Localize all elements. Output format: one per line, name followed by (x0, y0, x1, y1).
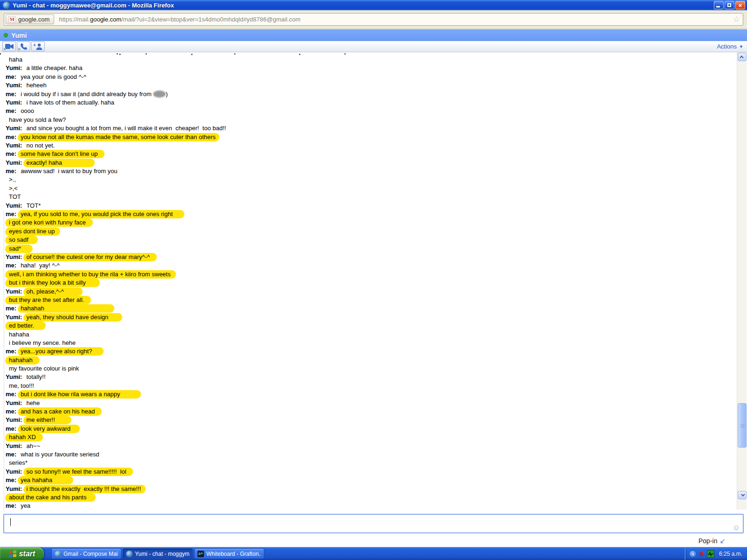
minimize-button[interactable] (714, 1, 724, 9)
message-text: no not yet. (26, 142, 55, 149)
hide-tray-icons-button[interactable]: ‹ (689, 550, 697, 558)
popin-row: Pop-in ↙ (0, 535, 747, 547)
sender-label: Yumi: (6, 399, 22, 406)
message-text-highlighted: yea...you agree also right? (18, 347, 104, 356)
sender-label: me: (6, 391, 16, 398)
clock: 6:25 a.m. (719, 551, 742, 557)
message-text: ah~~ (26, 442, 40, 449)
annotation-artifact-line (4, 211, 4, 512)
bookmark-star-icon[interactable]: ☆ (733, 15, 740, 23)
popin-arrow-icon: ↙ (719, 537, 726, 545)
message-text-highlighted: yea, if you sold to me, you would pick t… (18, 210, 184, 218)
chat-message: Yumi:so so funny!! we feel the same!!!!!… (0, 468, 747, 476)
message-input[interactable]: ☺ (3, 514, 744, 533)
popin-link[interactable]: Pop-in (698, 537, 717, 545)
location-bar[interactable]: M google.com https://mail.google.com/mai… (4, 13, 743, 26)
message-text: heheeh (26, 82, 46, 89)
voice-call-button[interactable]: × (17, 42, 30, 51)
sender-label: Yumi: (6, 288, 22, 295)
activity-monitor-tray-icon[interactable] (707, 550, 714, 558)
window-title: Yumi - chat - moggymawee@gmail.com - Moz… (13, 2, 174, 9)
unavailable-x-icon: × (3, 47, 6, 52)
chat-header: Yumi (0, 29, 747, 41)
message-text: and since you bought a lot from me, i wi… (26, 125, 226, 132)
message-text: TOT (9, 193, 21, 200)
site-identity-chip[interactable]: M google.com (6, 14, 54, 24)
close-icon: × (736, 1, 745, 9)
message-text-highlighted: but i dont like how rila wears a nappy (18, 390, 141, 399)
heart-tray-icon[interactable]: ♥ (699, 550, 704, 558)
chat-message: ed better. (0, 322, 747, 330)
chat-message: me:and has a cake on his head (0, 407, 747, 416)
chat-message: Yumi:yeah, they should have design (0, 313, 747, 322)
chat-message: hahaha (0, 330, 747, 339)
whiteboard-app-icon: a+ (197, 551, 204, 557)
chat-message: i believe my sence. hehe (0, 339, 747, 347)
video-chat-button[interactable]: × (2, 42, 16, 51)
chat-message: me:i would buy if i saw it (and didnt al… (0, 90, 747, 98)
scroll-up-button[interactable] (738, 53, 747, 61)
taskbar-task-inactive[interactable]: Gmail - Compose Mail ... (51, 548, 121, 559)
actions-menu[interactable]: Actions ▼ (717, 43, 743, 50)
sender-label: Yumi: (6, 485, 22, 492)
message-text-highlighted: eyes dont line up (5, 227, 60, 236)
sender-label: Yumi: (6, 442, 22, 449)
chevron-down-icon (741, 492, 745, 496)
chat-message: hahahah (0, 356, 747, 364)
message-text: yea your one is good ^-^ (21, 73, 86, 80)
site-identity-label: google.com (18, 16, 49, 23)
chat-message: about the cake and his pants (0, 493, 747, 502)
chat-message: so sadf (0, 236, 747, 244)
close-button[interactable]: × (735, 1, 745, 9)
chat-message: me:yea...you agree also right? (0, 347, 747, 356)
taskbar-task-active[interactable]: Yumi - chat - moggym... (123, 548, 193, 559)
sender-label: me: (6, 168, 16, 175)
sender-label: Yumi: (6, 314, 22, 321)
chat-message: but they are the set after all. (0, 296, 747, 304)
chat-message: me:awwww sad! i want to buy from you (0, 167, 747, 175)
message-text: i believe my sence. hehe (9, 339, 76, 346)
message-text: ) (166, 91, 168, 98)
chat-message: Yumi:i thought the exactly exactly !!! t… (0, 485, 747, 493)
message-text-highlighted: well, i am thinking whether to buy the r… (5, 270, 176, 279)
redaction-blur (153, 91, 166, 98)
sender-label: me: (6, 425, 16, 432)
sender-label: Yumi: (6, 159, 22, 166)
chat-message: but i think they look a bit silly (0, 279, 747, 287)
restore-button[interactable] (725, 1, 734, 9)
chevron-up-icon (740, 56, 743, 59)
chat-message: me:oooo (0, 107, 747, 115)
sender-label: me: (6, 210, 16, 217)
taskbar: start Gmail - Compose Mail ...Yumi - cha… (0, 547, 747, 560)
message-text-highlighted: oh, please,^-^ (23, 287, 82, 296)
pulse-icon (708, 552, 713, 556)
message-text-highlighted: hahahah (18, 304, 114, 313)
message-text-highlighted: hahah XD (5, 433, 43, 441)
message-text: awwww sad! i want to buy from you (21, 168, 117, 175)
sender-label: me: (6, 305, 16, 312)
clipped-message-fragment (0, 53, 1, 55)
message-text-highlighted: about the cake and his pants (5, 493, 96, 502)
chat-scrollbar[interactable] (737, 52, 747, 510)
chat-message: my favourite colour is pink (0, 364, 747, 373)
chat-message: haha (0, 56, 747, 64)
emoticon-icon[interactable]: ☺ (733, 524, 740, 532)
url-prefix: https://mail. (59, 16, 90, 23)
message-text-highlighted: so so funny!! we feel the same!!!!! lol (23, 468, 133, 476)
chat-message: Yumi:i have lots of them actually. haha (0, 98, 747, 107)
phone-icon (20, 43, 28, 50)
chat-message: Yumi:ah~~ (0, 442, 747, 450)
taskbar-task-inactive[interactable]: a+Whiteboard - Grafton... (194, 548, 264, 559)
add-person-button[interactable]: + (31, 42, 45, 51)
sender-label: Yumi: (6, 468, 22, 475)
scrollbar-thumb[interactable] (738, 403, 747, 448)
sender-label: Yumi: (6, 82, 22, 89)
taskbar-tasks: Gmail - Compose Mail ...Yumi - chat - mo… (51, 547, 264, 560)
chat-messages: hahaYumi:a little cheaper. hahame:yea yo… (0, 52, 747, 511)
sender-label: me: (6, 476, 16, 483)
sender-label: me: (6, 408, 16, 415)
scroll-down-button[interactable] (738, 491, 747, 499)
start-button[interactable]: start (0, 547, 44, 560)
message-text: haha (9, 56, 22, 63)
screen: Yumi - chat - moggymawee@gmail.com - Moz… (0, 0, 747, 560)
